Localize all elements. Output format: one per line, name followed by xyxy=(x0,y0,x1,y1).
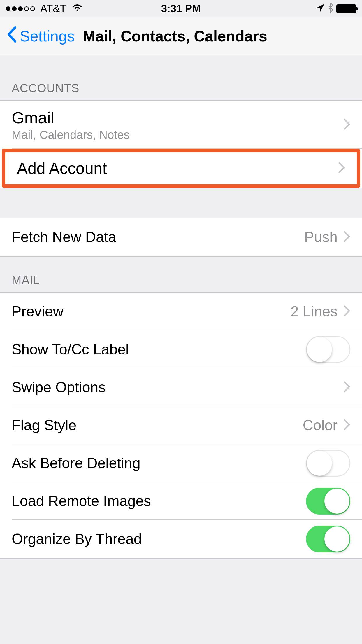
ask-before-deleting-label: Ask Before Deleting xyxy=(12,455,306,472)
preview-label: Preview xyxy=(12,303,291,320)
show-tocc-toggle[interactable] xyxy=(306,336,350,363)
load-remote-images-label: Load Remote Images xyxy=(12,493,306,510)
back-button[interactable]: Settings xyxy=(6,26,75,47)
accounts-section-header: ACCOUNTS xyxy=(0,55,362,100)
carrier-label: AT&T xyxy=(40,3,66,15)
swipe-options-row[interactable]: Swipe Options xyxy=(0,368,362,406)
chevron-right-icon xyxy=(343,231,350,244)
organize-by-thread-row: Organize By Thread xyxy=(0,520,362,558)
battery-icon xyxy=(336,4,356,13)
section-spacer xyxy=(0,188,362,218)
fetch-value: Push xyxy=(304,229,338,246)
show-tocc-label: Show To/Cc Label xyxy=(12,341,306,358)
flag-style-value: Color xyxy=(303,417,338,434)
flag-style-row[interactable]: Flag Style Color xyxy=(0,406,362,444)
fetch-list: Fetch New Data Push xyxy=(0,218,362,257)
flag-style-label: Flag Style xyxy=(12,417,303,434)
chevron-right-icon xyxy=(343,305,350,318)
fetch-new-data-row[interactable]: Fetch New Data Push xyxy=(0,218,362,256)
location-icon xyxy=(316,3,325,15)
wifi-icon xyxy=(71,3,83,15)
preview-value: 2 Lines xyxy=(291,303,338,320)
swipe-options-label: Swipe Options xyxy=(12,379,343,396)
signal-strength-icon xyxy=(6,6,35,11)
chevron-left-icon xyxy=(6,26,17,47)
ask-before-deleting-toggle[interactable] xyxy=(306,450,350,477)
chevron-right-icon xyxy=(343,381,350,394)
account-services: Mail, Calendars, Notes xyxy=(12,128,130,141)
add-account-label: Add Account xyxy=(17,159,338,178)
status-bar: AT&T 3:31 PM xyxy=(0,0,362,18)
chevron-right-icon xyxy=(338,162,345,175)
nav-bar: Settings Mail, Contacts, Calendars xyxy=(0,18,362,55)
accounts-list: Gmail Mail, Calendars, Notes Add Account xyxy=(0,100,362,188)
status-time: 3:31 PM xyxy=(161,3,201,15)
status-left: AT&T xyxy=(6,3,83,15)
organize-by-thread-label: Organize By Thread xyxy=(12,531,306,547)
ask-before-deleting-row: Ask Before Deleting xyxy=(0,444,362,482)
chevron-right-icon xyxy=(343,118,350,131)
mail-section-header: MAIL xyxy=(0,257,362,292)
organize-by-thread-toggle[interactable] xyxy=(306,526,350,552)
add-account-row[interactable]: Add Account xyxy=(5,152,357,184)
account-gmail-row[interactable]: Gmail Mail, Calendars, Notes xyxy=(0,101,362,149)
fetch-label: Fetch New Data xyxy=(12,229,304,246)
add-account-highlight: Add Account xyxy=(2,149,360,188)
load-remote-images-row: Load Remote Images xyxy=(0,482,362,520)
account-name: Gmail xyxy=(12,108,54,127)
show-tocc-row: Show To/Cc Label xyxy=(0,330,362,368)
back-label: Settings xyxy=(20,27,75,45)
status-right xyxy=(316,2,356,15)
mail-list: Preview 2 Lines Show To/Cc Label Swipe O… xyxy=(0,292,362,559)
bluetooth-icon xyxy=(328,2,333,15)
load-remote-images-toggle[interactable] xyxy=(306,488,350,514)
preview-row[interactable]: Preview 2 Lines xyxy=(0,293,362,330)
page-title: Mail, Contacts, Calendars xyxy=(83,27,267,45)
chevron-right-icon xyxy=(343,419,350,432)
